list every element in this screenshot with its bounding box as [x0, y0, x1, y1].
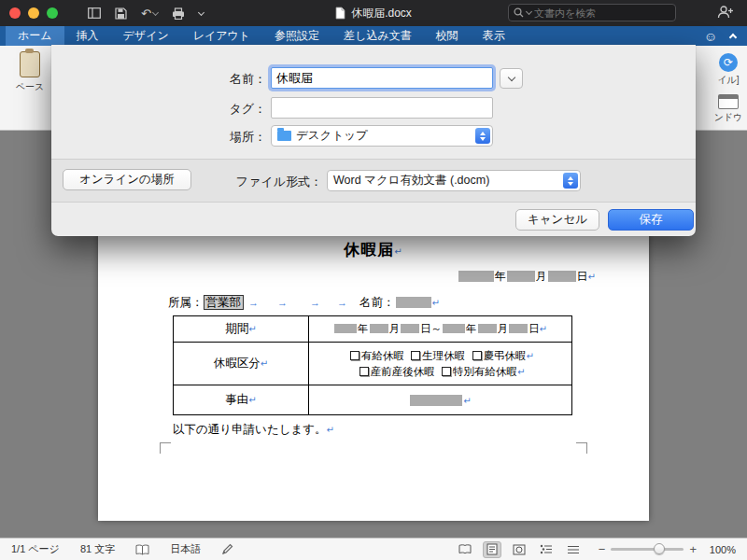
undo-icon[interactable]: ↶ — [141, 7, 158, 21]
zoom-percentage[interactable]: 100% — [702, 544, 736, 555]
doc-date-line: 年月日 — [458, 269, 596, 285]
name-field-label: 名前： — [145, 71, 266, 88]
paragraph-mark-icon — [261, 358, 268, 369]
paragraph-mark-icon — [517, 367, 525, 377]
unit-month: 月 — [389, 323, 401, 334]
dept-value-selected[interactable]: 営業部 — [204, 295, 245, 310]
close-window-button[interactable] — [9, 7, 21, 19]
expand-sheet-button[interactable] — [500, 68, 523, 89]
paragraph-mark-icon — [588, 272, 596, 282]
save-icon[interactable] — [115, 7, 127, 20]
page-count[interactable]: 1/1 ページ — [11, 542, 60, 556]
redacted-block — [458, 271, 494, 282]
zoom-in-button[interactable]: + — [689, 542, 697, 556]
unit-month: 月 — [498, 323, 509, 334]
tab-insert[interactable]: 挿入 — [64, 26, 111, 46]
print-icon[interactable] — [172, 7, 185, 20]
popup-arrows-icon — [475, 128, 490, 144]
popup-arrows-icon — [563, 173, 578, 189]
ribbon-window-group-fragment[interactable]: ンドウ — [704, 94, 747, 124]
ink-pen-icon[interactable] — [221, 543, 233, 555]
folder-icon — [277, 131, 291, 141]
tags-input[interactable] — [271, 97, 493, 119]
tab-home[interactable]: ホーム — [6, 26, 64, 46]
paste-button[interactable]: ペース — [9, 51, 50, 93]
document-file-icon — [335, 7, 345, 20]
leave-type-value-cell: 有給休暇 生理休暇 慶弔休暇 産前産後休暇 特別有給休暇 — [309, 343, 572, 385]
tab-design[interactable]: デザイン — [111, 26, 181, 46]
zoom-window-button[interactable] — [47, 7, 58, 19]
checkbox-menstrual-leave[interactable] — [411, 351, 420, 360]
view-outline-icon[interactable] — [537, 541, 556, 558]
undo-menu-caret-icon[interactable] — [152, 8, 159, 15]
unit-year: 年 — [466, 323, 477, 334]
redacted-block — [478, 324, 497, 333]
table-row-period: 期間 年月日～年月日 — [174, 316, 572, 343]
save-button[interactable]: 保存 — [608, 209, 694, 231]
file-format-popup[interactable]: Word マクロ有効文書 (.docm) — [327, 170, 581, 191]
clipboard-icon — [20, 51, 40, 77]
collapse-ribbon-chevron-up-icon[interactable] — [729, 34, 737, 41]
leave-option-label: 慶弔休暇 — [484, 350, 527, 361]
checkbox-special-paid-leave[interactable] — [442, 367, 451, 376]
cancel-button[interactable]: キャンセル — [515, 209, 599, 231]
tab-view[interactable]: 表示 — [471, 26, 517, 46]
paragraph-mark-icon — [463, 396, 471, 406]
tab-mailings[interactable]: 差し込み文書 — [331, 26, 424, 46]
feedback-smiley-icon[interactable]: ☺ — [704, 30, 717, 43]
filename-input[interactable] — [271, 67, 493, 89]
paragraph-mark-icon — [540, 324, 547, 334]
doc-title-text: 休暇届 — [344, 241, 394, 259]
paragraph-mark-icon — [248, 324, 256, 334]
document-search-field[interactable] — [508, 4, 676, 21]
doc-footer-line: 以下の通り申請いたします。 — [173, 422, 334, 438]
redacted-block — [509, 324, 528, 333]
view-read-mode-icon[interactable] — [456, 541, 474, 558]
leave-option-label: 有給休暇 — [361, 350, 404, 361]
paste-label: ペース — [16, 81, 44, 91]
zoom-slider[interactable] — [611, 548, 684, 551]
tab-layout[interactable]: レイアウト — [181, 26, 262, 46]
status-bar: 1/1 ページ 81 文字 日本語 − + 100% — [0, 538, 747, 560]
unit-day: 日 — [577, 270, 588, 283]
reason-value-cell[interactable] — [309, 385, 572, 415]
period-value-cell[interactable]: 年月日～年月日 — [309, 316, 572, 343]
text-boundary-corner-mark — [160, 442, 171, 454]
view-draft-lines-icon[interactable] — [564, 541, 583, 558]
location-field-label: 場所： — [145, 129, 266, 146]
language-indicator[interactable]: 日本語 — [170, 542, 201, 556]
share-add-person-icon[interactable] — [717, 5, 734, 20]
zoom-slider-knob[interactable] — [654, 543, 665, 554]
checkbox-paid-leave[interactable] — [350, 351, 359, 360]
unit-year: 年 — [358, 323, 369, 334]
doc-dept-line: 所属：営業部→→→→名前： — [168, 295, 440, 311]
char-count[interactable]: 81 文字 — [80, 542, 115, 556]
tab-references[interactable]: 参照設定 — [262, 26, 331, 46]
doc-title-line: 休暇届 — [98, 239, 649, 260]
tab-arrow-icon: → — [337, 297, 347, 308]
online-locations-button[interactable]: オンラインの場所 — [63, 169, 191, 190]
search-scope-caret-icon[interactable] — [526, 8, 532, 15]
redacted-block — [548, 271, 576, 282]
checkbox-condolence-leave[interactable] — [472, 351, 482, 360]
spellcheck-book-icon[interactable] — [135, 544, 149, 555]
view-web-layout-icon[interactable] — [510, 541, 529, 558]
dept-label: 所属： — [168, 296, 204, 309]
ribbon-file-group-fragment[interactable]: ⟳ イル] — [704, 53, 747, 87]
checkbox-maternity-leave[interactable] — [359, 367, 369, 376]
location-popup[interactable]: デスクトップ — [271, 125, 493, 147]
unit-month: 月 — [536, 270, 547, 283]
save-as-sheet: 名前： タグ： 場所： デスクトップ オンラインの場所 ファイル形式： Word… — [51, 45, 696, 236]
title-bar: ↶ 休暇届.docx — [0, 0, 747, 26]
unit-day: 日 — [420, 323, 431, 334]
zoom-out-button[interactable]: − — [599, 542, 606, 556]
document-page[interactable]: 休暇届 年月日 所属：営業部→→→→名前： 期間 年月日～年月日 休暇区分 有給… — [98, 209, 649, 521]
search-input[interactable] — [534, 7, 670, 19]
minimize-window-button[interactable] — [28, 7, 39, 19]
view-switcher-icon[interactable] — [88, 7, 101, 19]
paragraph-mark-icon — [527, 351, 534, 361]
toolbar-options-chevron-icon[interactable] — [199, 12, 204, 15]
period-header-cell: 期間 — [174, 316, 309, 343]
tab-review[interactable]: 校閲 — [424, 26, 471, 46]
view-print-layout-icon[interactable] — [483, 541, 501, 558]
